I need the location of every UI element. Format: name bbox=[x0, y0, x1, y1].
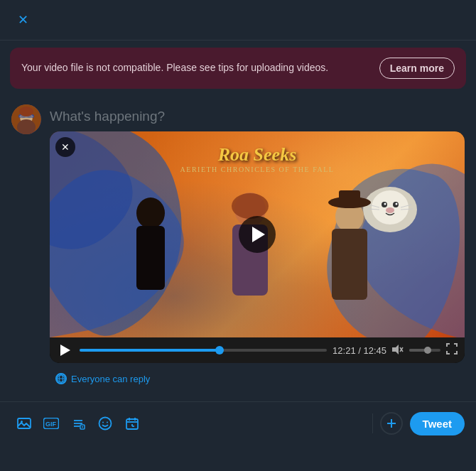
play-button[interactable] bbox=[239, 216, 276, 253]
svg-rect-35 bbox=[18, 418, 31, 428]
divider bbox=[0, 401, 476, 402]
avatar-image bbox=[11, 104, 41, 134]
svg-point-2 bbox=[17, 119, 36, 134]
close-button[interactable]: ✕ bbox=[11, 9, 34, 31]
compose-right: What's happening? Roa Seeks Aerieth Chro… bbox=[50, 104, 465, 393]
add-thread-button[interactable] bbox=[380, 412, 403, 435]
svg-marker-28 bbox=[60, 345, 70, 356]
play-icon bbox=[252, 227, 265, 242]
reply-option-label: Everyone can reply bbox=[71, 374, 150, 384]
progress-bar[interactable] bbox=[80, 349, 327, 352]
progress-thumb bbox=[215, 346, 224, 354]
svg-point-45 bbox=[99, 418, 112, 430]
toolbar: GIF bbox=[0, 405, 476, 442]
volume-bar[interactable] bbox=[409, 349, 440, 352]
svg-rect-27 bbox=[332, 229, 367, 300]
toolbar-right: Tweet bbox=[372, 412, 465, 435]
top-bar: ✕ bbox=[0, 0, 476, 40]
avatar bbox=[11, 104, 41, 134]
schedule-icon-button[interactable] bbox=[119, 411, 145, 436]
svg-point-46 bbox=[102, 422, 104, 423]
emoji-icon-button[interactable] bbox=[92, 411, 118, 436]
reply-row: Everyone can reply bbox=[50, 363, 465, 393]
svg-marker-29 bbox=[392, 345, 399, 354]
progress-fill bbox=[80, 349, 220, 352]
svg-point-7 bbox=[19, 107, 33, 117]
tweet-button[interactable]: Tweet bbox=[410, 412, 465, 435]
volume-icon[interactable] bbox=[392, 345, 404, 357]
svg-rect-26 bbox=[339, 190, 360, 205]
toolbar-left: GIF bbox=[11, 411, 145, 436]
globe-icon bbox=[55, 373, 67, 384]
svg-point-47 bbox=[107, 422, 108, 423]
error-message: Your video file is not compatible. Pleas… bbox=[21, 61, 371, 75]
compose-area: What's happening? Roa Seeks Aerieth Chro… bbox=[0, 96, 476, 399]
time-display: 12:21 / 12:45 bbox=[332, 345, 386, 356]
svg-rect-20 bbox=[136, 226, 165, 290]
svg-point-19 bbox=[136, 197, 165, 229]
image-icon-button[interactable] bbox=[11, 411, 37, 436]
video-thumbnail: Roa Seeks Aerieth Chronicles of the Fall bbox=[50, 131, 465, 337]
svg-point-22 bbox=[232, 193, 269, 219]
fullscreen-button[interactable] bbox=[446, 343, 458, 357]
toolbar-divider bbox=[372, 413, 373, 433]
ctrl-play-button[interactable] bbox=[57, 345, 74, 356]
gif-icon-button[interactable]: GIF bbox=[38, 411, 64, 436]
svg-text:GIF: GIF bbox=[45, 421, 57, 428]
volume-thumb bbox=[424, 347, 431, 354]
book-title-sub: Aerieth Chronicles of the Fall bbox=[50, 166, 465, 173]
book-title: Roa Seeks Aerieth Chronicles of the Fall bbox=[50, 144, 465, 173]
reply-option[interactable]: Everyone can reply bbox=[50, 370, 156, 387]
video-controls: 12:21 / 12:45 bbox=[50, 337, 465, 363]
list-icon-button[interactable] bbox=[65, 411, 91, 436]
book-title-main: Roa Seeks bbox=[50, 144, 465, 166]
learn-more-button[interactable]: Learn more bbox=[379, 58, 455, 79]
video-container: Roa Seeks Aerieth Chronicles of the Fall bbox=[50, 131, 465, 363]
error-banner: Your video file is not compatible. Pleas… bbox=[10, 48, 466, 89]
compose-placeholder[interactable]: What's happening? bbox=[50, 104, 465, 131]
video-close-button[interactable]: ✕ bbox=[55, 137, 75, 157]
